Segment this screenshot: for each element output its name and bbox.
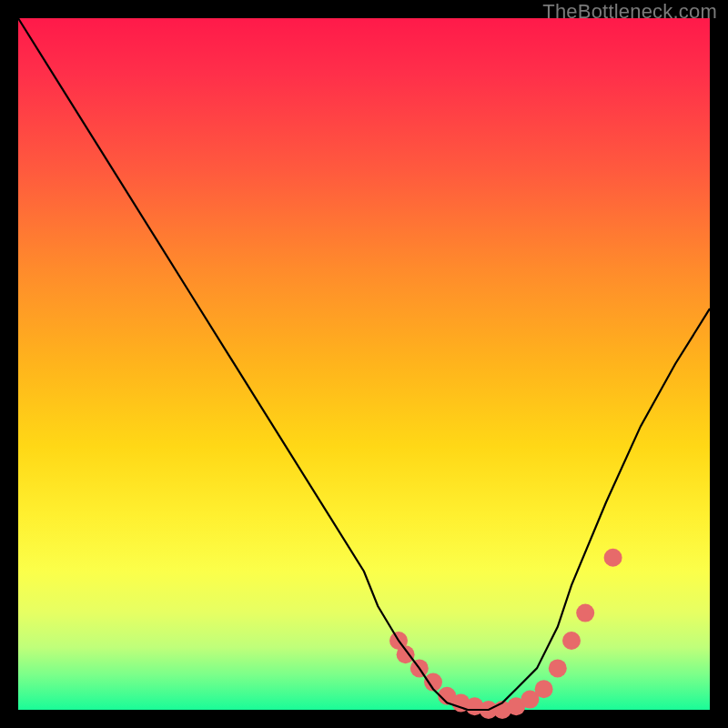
marker-point [549, 659, 567, 677]
marker-point [535, 680, 553, 698]
marker-point [562, 632, 581, 650]
marker-layer [389, 549, 622, 719]
plot-area [18, 18, 710, 710]
attribution-label: TheBottleneck.com [542, 0, 717, 24]
curve-svg [18, 18, 710, 710]
chart-canvas: TheBottleneck.com [0, 0, 728, 728]
bottleneck-curve [18, 18, 710, 710]
marker-point [604, 549, 622, 567]
marker-point [576, 604, 594, 622]
marker-point [397, 645, 415, 663]
